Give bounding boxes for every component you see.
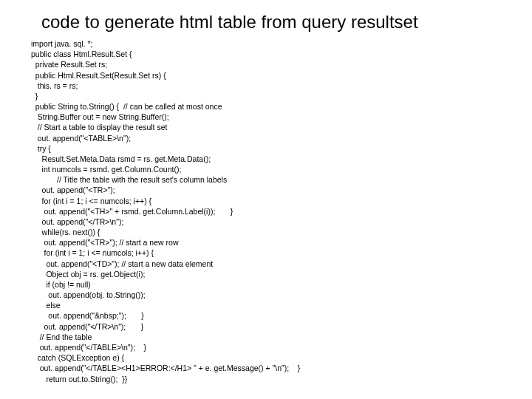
slide-title: code to generate html table from query r… <box>41 12 532 33</box>
code-block: import java. sql. *; public class Html.R… <box>31 38 532 384</box>
slide-container: code to generate html table from query r… <box>0 0 532 399</box>
